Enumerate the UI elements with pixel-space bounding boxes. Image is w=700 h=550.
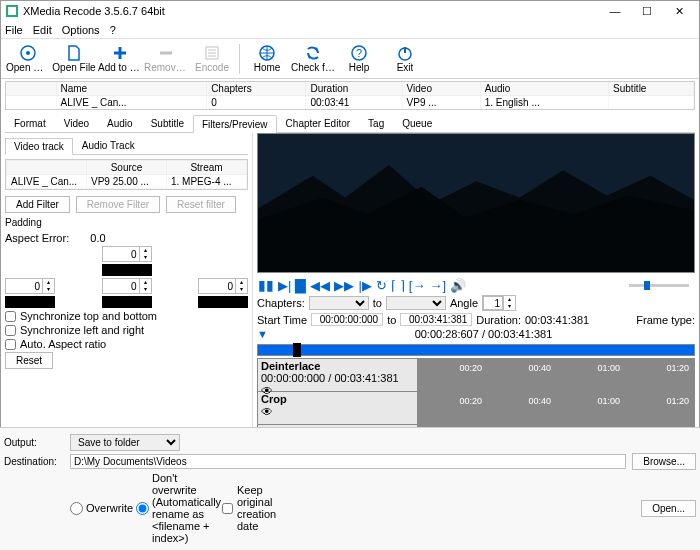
svg-rect-1 (8, 7, 16, 15)
padding-left-input[interactable]: ▴▾ (5, 278, 55, 294)
reset-filter-button[interactable]: Reset filter (166, 196, 236, 213)
dont-overwrite-radio[interactable]: Don't overwrite (Automatically rename as… (136, 472, 196, 544)
output-mode-select[interactable]: Save to folder (70, 434, 180, 451)
browse-button[interactable]: Browse... (632, 453, 696, 470)
toolbar-globe-button[interactable]: Home (244, 40, 290, 78)
add-filter-button[interactable]: Add Filter (5, 196, 70, 213)
track-row[interactable]: ALIVE _ Can...VP9 25.00 ...1. MPEG-4 ... (7, 175, 247, 189)
toolbar-file-button[interactable]: Open File (51, 40, 97, 78)
file-col-header[interactable]: Duration (306, 82, 402, 96)
bracket-in-icon[interactable]: [→ (408, 278, 427, 293)
maximize-button[interactable]: ☐ (631, 1, 663, 21)
remove-filter-button[interactable]: Remove Filter (76, 196, 160, 213)
toolbar-power-button[interactable]: Exit (382, 40, 428, 78)
tab-filters-preview[interactable]: Filters/Preview (193, 115, 277, 133)
keep-date-checkbox[interactable]: Keep original creation date (222, 484, 282, 532)
duration-value: 00:03:41:381 (525, 314, 589, 326)
chapter-to-select[interactable] (386, 296, 446, 310)
file-col-header[interactable]: Subtitle (609, 82, 694, 96)
menu-help[interactable]: ? (110, 24, 116, 36)
subtab-audio-track[interactable]: Audio Track (73, 137, 144, 154)
toolbar-refresh-button[interactable]: Check for ... (290, 40, 336, 78)
padding-label: Padding (5, 217, 248, 228)
color-swatch-top[interactable] (102, 264, 152, 276)
tab-format[interactable]: Format (5, 114, 55, 132)
angle-input[interactable]: ▴▾ (482, 295, 516, 311)
menu-file[interactable]: File (5, 24, 23, 36)
menu-edit[interactable]: Edit (33, 24, 52, 36)
tab-queue[interactable]: Queue (393, 114, 441, 132)
mark-out-icon[interactable]: ⌉ (399, 278, 406, 293)
track-list[interactable]: SourceStreamALIVE _ Can...VP9 25.00 ...1… (5, 159, 248, 190)
chapter-from-select[interactable] (309, 296, 369, 310)
pause-icon[interactable]: ▮▮ (257, 277, 275, 293)
tab-audio[interactable]: Audio (98, 114, 142, 132)
start-time-value[interactable]: 00:00:00:000 (311, 313, 383, 326)
padding-bottom-input[interactable]: ▴▾ (102, 278, 152, 294)
loop-icon[interactable]: ↻ (375, 278, 388, 293)
toolbar-disk-button[interactable]: Open Disk (5, 40, 51, 78)
open-button[interactable]: Open... (641, 500, 696, 517)
toolbar-help-button[interactable]: ?Help (336, 40, 382, 78)
power-icon (396, 44, 414, 62)
destination-input[interactable] (70, 454, 626, 469)
collapse-icon[interactable]: ▼ (257, 328, 268, 340)
subtab-video-track[interactable]: Video track (5, 138, 73, 155)
tab-chapter-editor[interactable]: Chapter Editor (277, 114, 359, 132)
menu-bar: File Edit Options ? (1, 21, 699, 39)
timeline-ruler[interactable]: 00:2000:4001:0001:20 (418, 392, 694, 425)
file-row[interactable]: ALIVE _ Can...000:03:41VP9 ...1. English… (6, 96, 694, 110)
aspect-error-label: Aspect Error: (5, 232, 69, 244)
file-col-header[interactable]: Video (402, 82, 480, 96)
window-title: XMedia Recode 3.5.6.7 64bit (23, 5, 599, 17)
file-col-header[interactable]: Chapters (207, 82, 306, 96)
padding-right-input[interactable]: ▴▾ (198, 278, 248, 294)
left-panel: Video trackAudio Track SourceStreamALIVE… (5, 133, 253, 433)
app-icon (5, 4, 19, 18)
auto-aspect-checkbox[interactable]: Auto. Aspect ratio (5, 338, 248, 350)
forward-icon[interactable]: ▶▶ (333, 278, 355, 293)
file-col-header[interactable]: Name (56, 82, 207, 96)
color-swatch-right[interactable] (198, 296, 248, 308)
padding-top-input[interactable]: ▴▾ (102, 246, 152, 262)
stop-icon[interactable]: ▇ (294, 277, 307, 293)
tab-video[interactable]: Video (55, 114, 98, 132)
plus-icon (111, 44, 129, 62)
bracket-out-icon[interactable]: →] (428, 278, 447, 293)
timeline-ruler[interactable]: 00:2000:4001:0001:20 (418, 359, 694, 392)
eye-icon[interactable]: 👁 (261, 405, 414, 419)
toolbar-plus-button[interactable]: Add to qu... (97, 40, 143, 78)
svg-text:?: ? (356, 47, 362, 59)
menu-options[interactable]: Options (62, 24, 100, 36)
step-icon[interactable]: |▶ (357, 278, 372, 293)
sync-left-right-checkbox[interactable]: Synchronize left and right (5, 324, 248, 336)
mark-in-icon[interactable]: ⌈ (390, 278, 397, 293)
aspect-error-value: 0.0 (90, 232, 105, 244)
close-button[interactable]: ✕ (663, 1, 695, 21)
volume-slider[interactable] (629, 284, 689, 287)
toolbar-minus-button: Remove Job (143, 40, 189, 78)
rewind-icon[interactable]: ◀◀ (309, 278, 331, 293)
overwrite-radio[interactable]: Overwrite (70, 502, 130, 515)
color-swatch-bottom[interactable] (102, 296, 152, 308)
file-col-header[interactable]: Audio (480, 82, 608, 96)
file-icon (65, 44, 83, 62)
next-icon[interactable]: ▶| (277, 278, 292, 293)
end-time-value[interactable]: 00:03:41:381 (400, 313, 472, 326)
minus-icon (157, 44, 175, 62)
seek-bar[interactable] (257, 344, 695, 356)
file-list[interactable]: NameChaptersDurationVideoAudioSubtitle A… (5, 81, 695, 110)
tab-tag[interactable]: Tag (359, 114, 393, 132)
tab-subtitle[interactable]: Subtitle (142, 114, 193, 132)
svg-point-3 (26, 51, 30, 55)
filter-track-deinterlace[interactable]: Deinterlace00:00:00:000 / 00:03:41:381👁 (258, 359, 417, 392)
sync-top-bottom-checkbox[interactable]: Synchronize top and bottom (5, 310, 248, 322)
volume-icon[interactable]: 🔊 (449, 278, 467, 293)
minimize-button[interactable]: — (599, 1, 631, 21)
disk-icon (19, 44, 37, 62)
color-swatch-left[interactable] (5, 296, 55, 308)
padding-reset-button[interactable]: Reset (5, 352, 53, 369)
right-panel: ▮▮ ▶| ▇ ◀◀ ▶▶ |▶ ↻ ⌈ ⌉ [→ →] 🔊 Chapters:… (253, 133, 695, 433)
video-preview[interactable] (257, 133, 695, 273)
filter-track-crop[interactable]: Crop👁 (258, 392, 417, 425)
